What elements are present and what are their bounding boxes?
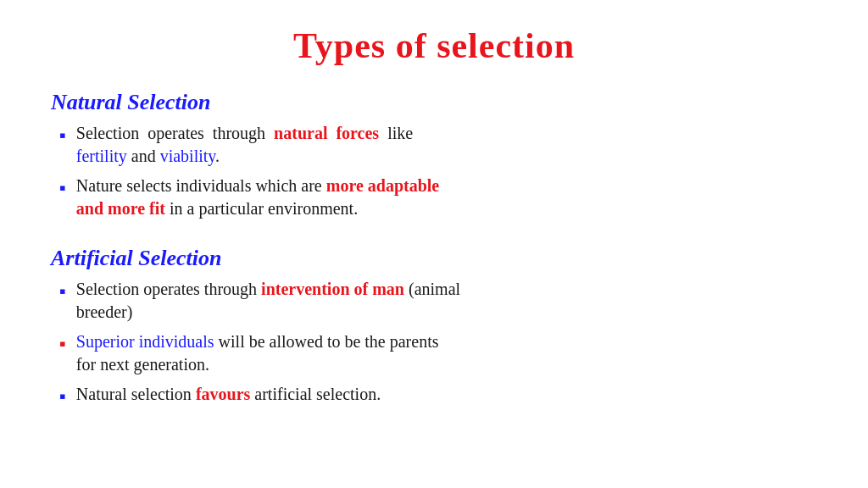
- bullet-marker-3: ▪: [59, 279, 66, 304]
- ns-natural-forces: natural forces: [274, 124, 379, 142]
- ns-bullet-2-text: Nature selects individuals which are mor…: [76, 175, 817, 220]
- natural-selection-list: ▪ Selection operates through natural for…: [51, 122, 817, 220]
- bullet-marker-5: ▪: [59, 384, 66, 409]
- as-bullet-3: ▪ Natural selection favours artificial s…: [59, 383, 817, 409]
- as-bullet-1: ▪ Selection operates through interventio…: [59, 278, 817, 324]
- bullet-marker-4: ▪: [59, 331, 66, 357]
- ns-adaptable: more adaptableand more fit: [76, 176, 439, 218]
- bullet-marker-1: ▪: [59, 123, 66, 148]
- as-bullet-1-text: Selection operates through intervention …: [76, 278, 817, 324]
- as-intervention: intervention of man: [261, 280, 404, 298]
- as-favours: favours: [196, 385, 250, 403]
- as-bullet-2: ▪ Superior individuals will be allowed t…: [59, 330, 817, 376]
- ns-viability: viability: [160, 147, 215, 165]
- ns-fertility: fertility: [76, 147, 127, 165]
- as-superior: Superior individuals: [76, 332, 214, 351]
- natural-selection-heading: Natural Selection: [51, 90, 817, 115]
- ns-bullet-1: ▪ Selection operates through natural for…: [59, 122, 817, 168]
- artificial-selection-heading: Artificial Selection: [51, 246, 817, 271]
- ns-bullet-1-text: Selection operates through natural force…: [76, 122, 817, 168]
- ns-bullet-2: ▪ Nature selects individuals which are m…: [59, 175, 817, 220]
- as-bullet-3-text: Natural selection favours artificial sel…: [76, 383, 817, 406]
- as-bullet-2-text: Superior individuals will be allowed to …: [76, 330, 817, 376]
- artificial-selection-list: ▪ Selection operates through interventio…: [51, 278, 817, 409]
- artificial-selection-section: Artificial Selection ▪ Selection operate…: [51, 246, 817, 418]
- page-title: Types of selection: [51, 25, 817, 66]
- natural-selection-section: Natural Selection ▪ Selection operates t…: [51, 90, 817, 229]
- page-container: Types of selection Natural Selection ▪ S…: [0, 0, 868, 488]
- bullet-marker-2: ▪: [59, 175, 66, 201]
